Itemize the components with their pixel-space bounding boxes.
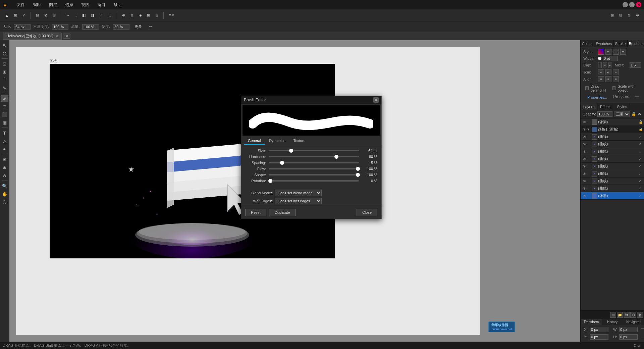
layer-lock-source[interactable]: 🔒 [639, 120, 643, 124]
aspect-lock-icon[interactable] [641, 328, 644, 338]
join-btn-2[interactable]: ⌐ [605, 69, 611, 75]
properties-link[interactable]: Properties... [585, 94, 609, 100]
param-size-slider[interactable] [269, 150, 359, 151]
opacity-input[interactable] [597, 111, 612, 117]
layer-lock-curve-2[interactable]: ✓ [639, 142, 643, 146]
tool-clone[interactable]: ⊕ [1, 164, 8, 171]
layer-vis-curve-4[interactable]: 👁 [582, 157, 587, 161]
tool-text[interactable]: T [1, 129, 8, 137]
y-input[interactable] [590, 334, 608, 340]
size-input[interactable] [14, 24, 31, 30]
layers-panel-icon[interactable]: ⊞ [610, 312, 616, 318]
param-shape-slider[interactable] [269, 174, 359, 176]
brush-settings-icon[interactable]: ✏ [147, 23, 155, 30]
cap-btn-1[interactable]: | [598, 62, 602, 68]
toolbar-zoom-out[interactable]: ⊟ [153, 12, 161, 18]
width-input[interactable] [603, 56, 618, 61]
tab-colour[interactable]: Colour [581, 40, 594, 47]
toolbar-view-1[interactable]: ⊕ [120, 12, 127, 18]
layer-item-curve-8[interactable]: 👁 ∿ (曲线) ✓ [581, 185, 644, 192]
align-btn-1[interactable]: ≡ [598, 76, 604, 82]
menu-layer[interactable]: 图层 [48, 1, 58, 8]
layers-add-group-button[interactable]: 📁 [617, 312, 623, 318]
tool-redye[interactable]: ⊗ [1, 172, 8, 179]
toolbar-align-4[interactable]: ⊥ [106, 12, 114, 18]
param-hardness-thumb[interactable] [334, 155, 338, 159]
minimize-button[interactable]: — [623, 2, 628, 7]
param-flow-slider[interactable] [269, 168, 359, 169]
toolbar-btn-2[interactable]: ⊞ [12, 12, 19, 18]
layer-vis-curve-7[interactable]: 👁 [582, 179, 587, 184]
wet-edges-select[interactable]: Don't set wet edges [275, 198, 322, 204]
new-tab-button[interactable]: ✕ [63, 34, 70, 39]
layer-item-curve-7[interactable]: 👁 ∿ (曲线) ✓ [581, 178, 644, 185]
persona-2[interactable]: ⊟ [617, 12, 625, 18]
param-shape-thumb[interactable] [356, 173, 360, 177]
menu-file[interactable]: 文件 [15, 1, 26, 8]
layer-lock-curve-4[interactable]: ✓ [639, 157, 643, 161]
layers-tab-effects[interactable]: Effects [597, 103, 614, 110]
tool-fill[interactable]: ⬛ [1, 111, 8, 118]
tool-hand[interactable]: ✋ [1, 190, 8, 198]
tab-texture[interactable]: Texture [289, 137, 309, 145]
style-btn-2[interactable]: — [613, 49, 619, 55]
layer-vis-curve-3[interactable]: 👁 [582, 149, 587, 154]
layers-lock-button[interactable]: 🔒 [631, 112, 636, 116]
layer-lock-curve-3[interactable]: ✓ [639, 150, 643, 153]
tab-transform[interactable]: Transform [581, 319, 602, 325]
layer-lock-artboard1[interactable]: 🔒 [639, 128, 643, 131]
layer-expand-artboard1[interactable]: ▼ [587, 128, 591, 131]
opacity-input[interactable] [52, 24, 68, 30]
tool-marquee[interactable]: ⊞ [1, 68, 8, 76]
param-spacing-slider[interactable] [269, 162, 359, 163]
join-btn-3[interactable]: ⌐ [613, 69, 619, 75]
duplicate-button[interactable]: Duplicate [269, 209, 296, 216]
maximize-button[interactable]: □ [629, 2, 635, 7]
tab-history[interactable]: History [602, 319, 623, 325]
toolbar-view-2[interactable]: ⊗ [128, 12, 136, 18]
align-btn-2[interactable]: ≡ [605, 76, 611, 82]
menu-edit[interactable]: 编辑 [32, 1, 42, 8]
param-size-thumb[interactable] [289, 149, 293, 153]
layer-lock-curve-7[interactable]: ✓ [639, 179, 643, 183]
tool-select[interactable]: ↖ [1, 42, 8, 49]
tool-lasso[interactable]: ⌒ [1, 76, 8, 84]
layer-lock-pixel[interactable]: ✓ [639, 194, 643, 198]
tool-dodge[interactable]: ☀ [1, 156, 8, 163]
close-button[interactable]: ✕ [636, 2, 641, 7]
cap-btn-3[interactable]: ⌐ [608, 62, 612, 68]
toolbar-transform-3[interactable]: ⊟ [50, 12, 58, 18]
stroke-color-swatch[interactable] [598, 49, 604, 55]
param-rotation-thumb[interactable] [268, 179, 272, 183]
toolbar-zoom-in[interactable]: ⊞ [145, 12, 152, 18]
layer-lock-curve-1[interactable]: ✓ [639, 135, 643, 139]
layers-tab-styles[interactable]: Styles [614, 103, 630, 110]
persona-3[interactable]: ⊕ [625, 12, 633, 18]
menu-window[interactable]: 窗口 [96, 1, 107, 8]
layer-item-curve-3[interactable]: 👁 ∿ (曲线) ✓ [581, 148, 644, 155]
tool-gradient[interactable]: ▦ [1, 119, 8, 126]
tab-stroke[interactable]: Stroke [613, 40, 627, 47]
tool-zoom[interactable]: 🔍 [1, 182, 8, 190]
layer-item-curve-2[interactable]: 👁 ∿ (曲线) ✓ [581, 141, 644, 148]
menu-select[interactable]: 选择 [64, 1, 74, 8]
layer-item-source[interactable]: 👁 (像素) 🔒 [581, 118, 644, 126]
reset-button[interactable]: Reset [245, 209, 266, 216]
layers-tab-layers[interactable]: Layers [581, 103, 597, 110]
toolbar-arrangement[interactable]: ≡ ▾ [166, 12, 176, 18]
tab-dynamics[interactable]: Dynamics [265, 137, 289, 145]
toolbar-btn-1[interactable]: ▲ [3, 12, 11, 18]
layers-delete-button[interactable]: 🗑 [637, 312, 643, 318]
layer-vis-curve-5[interactable]: 👁 [582, 164, 587, 169]
toolbar-transform-2[interactable]: ⊠ [42, 12, 50, 18]
cap-btn-2[interactable]: ⌐ [603, 62, 607, 68]
hardness-input[interactable] [113, 24, 129, 30]
layer-vis-curve-2[interactable]: 👁 [582, 142, 587, 147]
param-flow-thumb[interactable] [356, 167, 360, 171]
miter-input[interactable] [630, 62, 641, 68]
tool-color-picker[interactable]: ⬡ [1, 198, 8, 206]
toolbar-btn-3[interactable]: ⤢ [20, 12, 28, 18]
menu-help[interactable]: 帮助 [112, 1, 123, 8]
layer-vis-source[interactable]: 👁 [582, 120, 587, 124]
layer-vis-curve-1[interactable]: 👁 [582, 135, 587, 139]
